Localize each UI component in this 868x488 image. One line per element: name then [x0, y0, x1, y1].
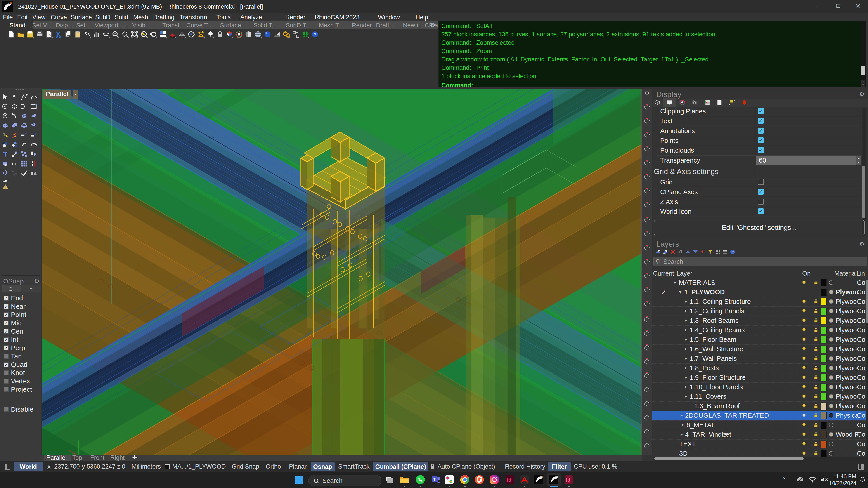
svg-text:?: ? [732, 250, 734, 254]
svg-text:Id: Id [566, 477, 570, 483]
svg-text:?: ? [314, 32, 316, 37]
svg-text:T: T [433, 477, 436, 482]
svg-text:8: 8 [10, 2, 11, 5]
svg-text:8: 8 [556, 475, 558, 479]
svg-text:Id: Id [507, 477, 512, 483]
svg-text:8: 8 [541, 475, 542, 479]
